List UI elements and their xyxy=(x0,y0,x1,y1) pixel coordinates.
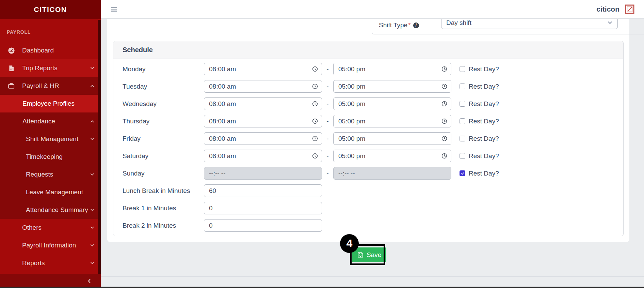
chevron-up-icon xyxy=(90,84,95,88)
break-row: Break 2 in Minutes xyxy=(123,219,623,232)
sidebar-item-attendance-summary[interactable]: Attendance Summary xyxy=(0,201,101,219)
sidebar-collapse-icon[interactable] xyxy=(87,278,92,284)
sidebar-item-label: Requests xyxy=(26,171,53,178)
break2-input[interactable] xyxy=(204,219,322,232)
shift-type-selected-value: Day shift xyxy=(446,19,471,27)
sidebar-item-requests[interactable]: Requests xyxy=(0,166,101,183)
sidebar-item-label: Payroll Information xyxy=(22,242,76,249)
end-time-input[interactable] xyxy=(333,150,451,162)
wallet-icon xyxy=(7,82,15,90)
rest-day-checkbox[interactable] xyxy=(460,170,465,176)
break1-input[interactable] xyxy=(204,202,322,214)
start-time-input xyxy=(204,167,322,180)
sidebar-item-others[interactable]: Others xyxy=(0,219,101,237)
chevron-down-icon xyxy=(90,243,95,248)
start-time-field xyxy=(204,167,322,180)
rest-day-label: Rest Day? xyxy=(469,152,499,160)
save-button[interactable]: Save xyxy=(352,247,386,262)
rest-day-group: Rest Day? xyxy=(460,170,499,177)
sidebar-item-leave-management[interactable]: Leave Management xyxy=(0,183,101,201)
chevron-down-icon xyxy=(90,261,95,266)
time-range-separator: - xyxy=(322,170,333,177)
schedule-row: Sunday - Rest Day? xyxy=(123,167,623,180)
end-time-input[interactable] xyxy=(333,63,451,75)
rest-day-group: Rest Day? xyxy=(460,152,499,160)
break-row: Lunch Break in Minutes xyxy=(123,184,623,197)
sidebar-item-reports[interactable]: Reports xyxy=(0,254,101,272)
sidebar-item-label: Attendance Summary xyxy=(26,206,88,214)
lunch-break-input[interactable] xyxy=(204,184,322,197)
start-time-field xyxy=(204,115,322,127)
start-time-input[interactable] xyxy=(204,97,322,110)
sidebar-item-label: Employee Profiles xyxy=(22,100,75,107)
day-label: Wednesday xyxy=(123,100,204,108)
sidebar-item-label: Timekeeping xyxy=(26,153,63,161)
sidebar-item-payroll-information[interactable]: Payroll Information xyxy=(0,237,101,254)
end-time-input[interactable] xyxy=(333,115,451,127)
sidebar-nav: PAYROLL Dashboard Trip Reports Payroll &… xyxy=(0,19,101,272)
schedule-row: Thursday - Rest Day? xyxy=(123,115,623,127)
schedule-row: Monday - Rest Day? xyxy=(123,63,623,75)
day-label: Monday xyxy=(123,65,204,73)
day-label: Saturday xyxy=(123,152,204,160)
end-time-input[interactable] xyxy=(333,80,451,93)
sidebar-item-dashboard[interactable]: Dashboard xyxy=(0,42,101,59)
rest-day-checkbox[interactable] xyxy=(460,66,465,72)
time-range-separator: - xyxy=(322,135,333,142)
end-time-input[interactable] xyxy=(333,132,451,145)
sidebar-item-attendance[interactable]: Attendance xyxy=(0,112,101,130)
rest-day-checkbox[interactable] xyxy=(460,153,465,159)
schedule-panel-title: Schedule xyxy=(113,41,623,59)
end-time-field xyxy=(333,115,451,127)
start-time-input[interactable] xyxy=(204,115,322,127)
footer-divider xyxy=(101,276,644,277)
sidebar-brand: CITICON xyxy=(0,0,101,19)
sidebar-item-label: Payroll & HR xyxy=(22,82,59,90)
rest-day-label: Rest Day? xyxy=(469,65,499,73)
end-time-input[interactable] xyxy=(333,97,451,110)
shift-type-label: Shift Type* i xyxy=(379,19,419,32)
rest-day-checkbox[interactable] xyxy=(460,101,465,107)
end-time-field xyxy=(333,63,451,75)
start-time-input[interactable] xyxy=(204,63,322,75)
rest-day-label: Rest Day? xyxy=(469,83,499,90)
sidebar-item-payroll-hr[interactable]: Payroll & HR xyxy=(0,77,101,95)
rest-day-checkbox[interactable] xyxy=(460,136,465,141)
day-label: Tuesday xyxy=(123,83,204,90)
sidebar-item-employee-profiles[interactable]: Employee Profiles xyxy=(0,95,101,112)
sidebar: CITICON PAYROLL Dashboard Trip Reports P… xyxy=(0,0,101,288)
sidebar-item-trip-reports[interactable]: Trip Reports xyxy=(0,59,101,77)
sidebar-scrollbar[interactable] xyxy=(98,20,101,287)
time-range-separator: - xyxy=(322,100,333,108)
rest-day-checkbox[interactable] xyxy=(460,118,465,124)
end-time-input xyxy=(333,167,451,180)
rest-day-group: Rest Day? xyxy=(460,118,499,125)
chevron-down-icon xyxy=(90,208,95,212)
start-time-input[interactable] xyxy=(204,132,322,145)
end-time-field xyxy=(333,80,451,93)
file-text-icon xyxy=(7,64,15,72)
topbar-brand-area: citicon xyxy=(596,4,634,14)
sidebar-item-label: Leave Management xyxy=(26,188,83,196)
chevron-down-icon xyxy=(90,225,95,230)
start-time-field xyxy=(204,63,322,75)
check-icon xyxy=(461,171,465,176)
break-label: Break 1 in Minutes xyxy=(123,204,204,212)
rest-day-checkbox[interactable] xyxy=(460,84,465,89)
hamburger-menu-icon[interactable] xyxy=(111,6,117,13)
rest-day-label: Rest Day? xyxy=(469,100,499,108)
schedule-panel-body: Monday - Rest Day? Tuesday xyxy=(113,59,623,232)
start-time-input[interactable] xyxy=(204,150,322,162)
info-icon[interactable]: i xyxy=(413,22,419,28)
topbar: citicon xyxy=(101,0,644,19)
schedule-row: Saturday - Rest Day? xyxy=(123,150,623,162)
save-icon xyxy=(357,252,364,258)
time-range-separator: - xyxy=(322,152,333,160)
chevron-down-icon xyxy=(90,137,95,141)
start-time-input[interactable] xyxy=(204,80,322,93)
sidebar-item-timekeeping[interactable]: Timekeeping xyxy=(0,148,101,166)
sidebar-item-shift-management[interactable]: Shift Management xyxy=(0,130,101,148)
time-range-separator: - xyxy=(322,118,333,125)
day-label: Friday xyxy=(123,135,204,142)
start-time-field xyxy=(204,80,322,93)
